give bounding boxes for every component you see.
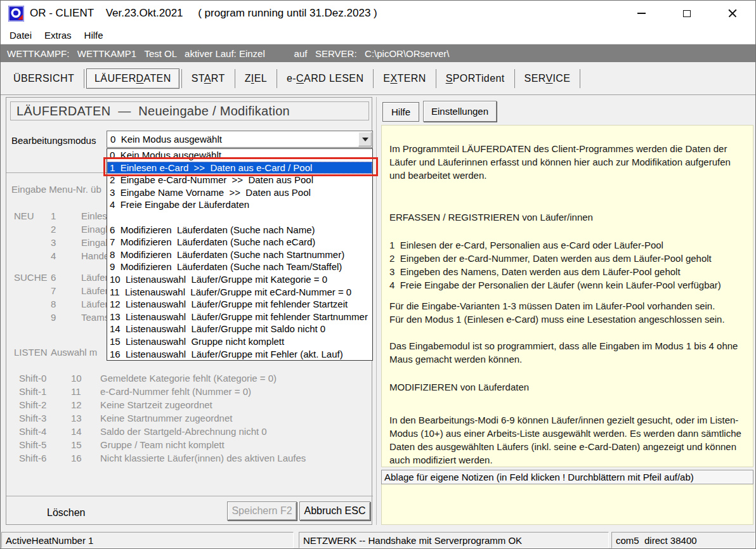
help-paragraph-intro: Im Programmteil LÄUFERDATEN des Client-P… — [389, 142, 743, 182]
tab-label: ICE — [553, 73, 571, 84]
dropdown-item-10[interactable]: 10 Listenauswahl Läufer/Gruppe mit Kateg… — [107, 273, 372, 286]
dropdown-item-15[interactable]: 15 Listenauswahl Gruppe nicht komplett — [107, 335, 372, 348]
window-title: OR - CLIENT Ver.23.Okt.2021 ( program ru… — [30, 7, 377, 20]
notes-field[interactable] — [381, 484, 753, 525]
tab-label: PORTident — [453, 73, 505, 84]
tab-mnemonic: A — [204, 73, 211, 84]
tab-label: Z — [245, 73, 251, 84]
help-paragraph-station: Für den Modus 1 (Einlesen e-Card) muss e… — [389, 313, 743, 326]
tab-label: SER — [525, 73, 546, 84]
dropdown-item-blank — [107, 211, 372, 224]
window-controls — [618, 1, 755, 26]
tab-separator — [277, 69, 277, 88]
menu-hilfe[interactable]: Hilfe — [78, 28, 110, 42]
tab-separator — [235, 69, 235, 88]
menu-extras[interactable]: Extras — [38, 28, 78, 42]
tab-label: ÜBERSICHT — [13, 73, 74, 84]
menu-bar: Datei Extras Hilfe — [1, 26, 755, 44]
help-paragraph-pool: Für die Eingabe-Varianten 1-3 müssen Dat… — [389, 299, 743, 313]
save-button[interactable]: Speichern F2 — [227, 501, 297, 520]
tab-label: E — [383, 73, 390, 84]
tab-einstellungen[interactable]: Einstellungen — [423, 101, 497, 122]
close-button[interactable] — [710, 1, 755, 26]
separator-line — [6, 496, 373, 496]
tab-uebersicht[interactable]: ÜBERSICHT — [6, 69, 82, 88]
help-heading-erfassen: ERFASSEN / REGISTRIEREN von Läufer/innen — [389, 210, 743, 224]
mode-label: Bearbeitungsmodus — [11, 135, 96, 146]
mode-dropdown-list: 0 Kein Modus ausgewählt 1 Einlesen e-Car… — [107, 148, 373, 361]
chevron-down-icon[interactable] — [358, 132, 372, 146]
tab-label: LÄUFER — [94, 73, 136, 84]
tab-mnemonic: S — [446, 73, 453, 84]
tab-separator — [580, 69, 580, 88]
ghost-hint: Eingabe Menu-Nr. üb — [11, 184, 101, 195]
cancel-button[interactable]: Abbruch ESC — [299, 501, 370, 520]
tab-separator — [181, 69, 182, 88]
ghost-row: 2Einagb — [51, 224, 111, 235]
help-panel: Im Programmteil LÄUFERDATEN des Client-P… — [381, 125, 753, 467]
ghost-row: 4Hande — [51, 250, 109, 261]
tab-ecard-lesen[interactable]: e-CARD LESEN — [279, 69, 371, 88]
ghost-row: 1Einlese — [51, 210, 112, 221]
status-active-heat: ActiveHeatNumber 1 — [1, 532, 294, 548]
dropdown-item-6[interactable]: 6 Modifizieren Läuferdaten (Suche nach N… — [107, 224, 372, 236]
maximize-button[interactable] — [664, 1, 710, 26]
tab-hilfe[interactable]: Hilfe — [382, 102, 419, 122]
shift-hint-row: Shift-010Gemeldete Kategorie fehlt (Kate… — [19, 373, 277, 384]
tab-extern[interactable]: EXTERN — [375, 69, 433, 88]
shift-hint-row: Shift-313Keine Startnummer zugeordnet — [19, 413, 232, 423]
ghost-row: 7Läufer — [51, 285, 108, 296]
dropdown-item-4[interactable]: 4 Freie Eingabe der Läuferdaten — [107, 198, 372, 211]
tab-label: e- — [287, 73, 296, 84]
minimize-icon — [637, 13, 646, 14]
tab-separator — [436, 69, 436, 88]
dropdown-item-9[interactable]: 9 Modifizieren Läuferdaten (Suche nach T… — [107, 261, 372, 273]
dropdown-item-3[interactable]: 3 Eingabe Name Vorname >> Daten aus Pool — [107, 186, 372, 199]
help-list-item: 2 Eingeben der e-Card-Nummer, Daten werd… — [389, 252, 743, 265]
menu-datei[interactable]: Datei — [3, 28, 38, 42]
tab-mnemonic: C — [296, 73, 304, 84]
tab-separator — [373, 69, 374, 88]
laeuferdaten-panel: LÄUFERDATEN — Neueingabe / Modifikation … — [6, 97, 372, 525]
shift-hint-row: Shift-515Gruppe / Team nicht komplett — [19, 439, 225, 450]
status-com-port: com5 direct 38400 — [611, 532, 755, 548]
tab-label: ATEN — [144, 73, 171, 84]
tab-mnemonic: V — [545, 73, 552, 84]
help-list-item: 4 Freie Eingabe der Personalien der Läuf… — [389, 278, 743, 292]
tab-laeuferdaten[interactable]: LÄUFERDATEN — [86, 68, 179, 89]
close-icon — [728, 9, 737, 18]
shift-hint-row: Shift-414Saldo der Startgeld-Abrechnung … — [19, 426, 267, 437]
tab-separator — [84, 69, 84, 88]
ghost-section-suche: SUCHE — [14, 272, 48, 283]
ghost-row: 6Läufer — [51, 272, 108, 283]
tab-service[interactable]: SERVICE — [517, 69, 578, 88]
notes-header: Ablage für eigene Notizen (in Feld klick… — [381, 470, 753, 484]
dropdown-item-11[interactable]: 11 Listenauswahl Läufer/Gruppe mit eCard… — [107, 286, 372, 299]
delete-button[interactable]: Löschen — [47, 507, 86, 519]
help-list-item: 1 Einlesen der e-Card, Personalien aus e… — [389, 238, 743, 252]
dropdown-item-7[interactable]: 7 Modifizieren Läuferdaten (Suche nach e… — [107, 236, 372, 249]
bearbeitungsmodus-combobox[interactable]: 0 Kein Modus ausgewählt — [107, 131, 373, 148]
tab-sportident[interactable]: SPORTident — [438, 69, 512, 88]
app-window: OR - CLIENT Ver.23.Okt.2021 ( program ru… — [0, 0, 756, 549]
tab-mnemonic: X — [390, 73, 397, 84]
tab-label: TERN — [398, 73, 426, 84]
ghost-row: 8Läufer — [51, 299, 108, 309]
ghost-row: 9Teams — [51, 312, 109, 323]
tab-label: EL — [254, 73, 267, 84]
dropdown-item-12[interactable]: 12 Listenauswahl Läufer/Gruppe mit fehle… — [107, 298, 372, 311]
ghost-section-listen: LISTEN — [14, 347, 48, 358]
tab-ziel[interactable]: ZIEL — [237, 69, 275, 88]
help-heading-modifizieren: MODIFIZIEREN von Läuferdaten — [389, 380, 743, 394]
dropdown-item-13[interactable]: 13 Listenauswahl Läufer/Gruppe mit fehle… — [107, 311, 372, 323]
app-logo-icon — [8, 6, 24, 22]
tab-start[interactable]: START — [184, 69, 233, 88]
tab-mnemonic: D — [136, 73, 144, 84]
ghost-section-neu: NEU — [14, 210, 34, 221]
dropdown-item-14[interactable]: 14 Listenauswahl Läufer/Gruppe mit Saldo… — [107, 323, 372, 335]
help-paragraph-keyboard: Das Eingabemodul ist so programmiert, da… — [389, 339, 743, 366]
minimize-button[interactable] — [618, 1, 664, 26]
dropdown-item-16[interactable]: 16 Listenauswahl Läufer/Gruppe mit Fehle… — [107, 348, 372, 361]
dropdown-item-8[interactable]: 8 Modifizieren Läuferdaten (Suche nach S… — [107, 249, 372, 261]
status-network: NETZWERK -- Handshake mit Serverprogramm… — [299, 532, 609, 548]
